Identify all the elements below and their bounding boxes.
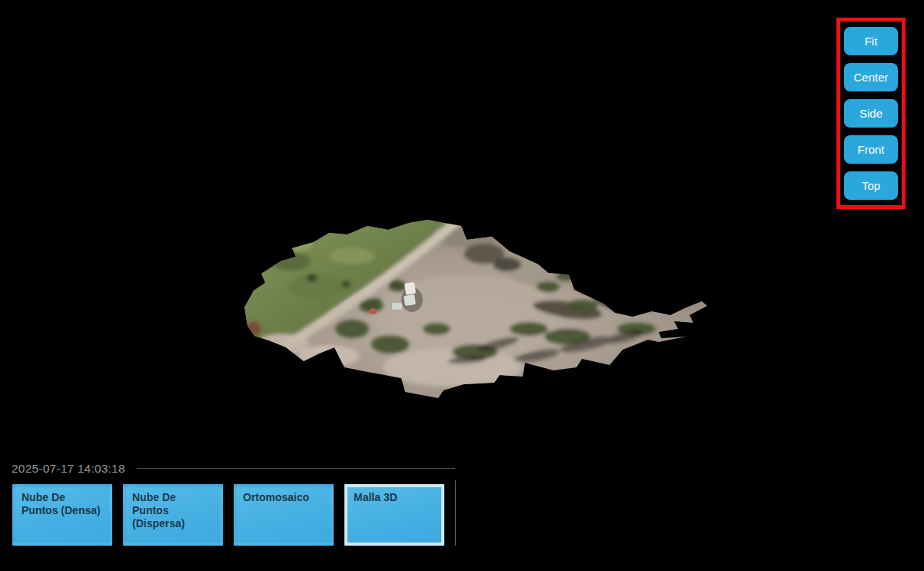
- center-view-button[interactable]: Center: [844, 63, 898, 91]
- timestamp-divider-line: [137, 468, 455, 469]
- card-nube-de-puntos-dispersa[interactable]: Nube De Puntos (Dispersa): [123, 484, 223, 546]
- card-ortomosaico[interactable]: Ortomosaico: [234, 484, 334, 546]
- view-controls-panel: Fit Center Side Front Top: [836, 18, 906, 209]
- panel-right-border: [455, 480, 456, 546]
- card-malla-3d[interactable]: Malla 3D: [344, 484, 444, 546]
- side-view-button[interactable]: Side: [844, 99, 898, 128]
- card-label: Malla 3D: [354, 491, 435, 504]
- fit-view-button[interactable]: Fit: [844, 27, 898, 55]
- top-view-button[interactable]: Top: [844, 171, 898, 200]
- card-label: Ortomosaico: [243, 491, 324, 504]
- card-label: Nube De Puntos (Dispersa): [132, 491, 214, 530]
- front-view-button[interactable]: Front: [844, 135, 898, 164]
- card-nube-de-puntos-densa[interactable]: Nube De Puntos (Densa): [12, 484, 112, 546]
- viewer-canvas[interactable]: Fit Center Side Front Top 2025-07-17 14:…: [0, 0, 924, 571]
- card-label: Nube De Puntos (Densa): [22, 491, 103, 517]
- product-cards-row: Nube De Puntos (Densa) Nube De Puntos (D…: [12, 484, 444, 546]
- terrain-mesh-3d-model[interactable]: [237, 214, 713, 406]
- capture-timestamp: 2025-07-17 14:03:18: [12, 462, 125, 476]
